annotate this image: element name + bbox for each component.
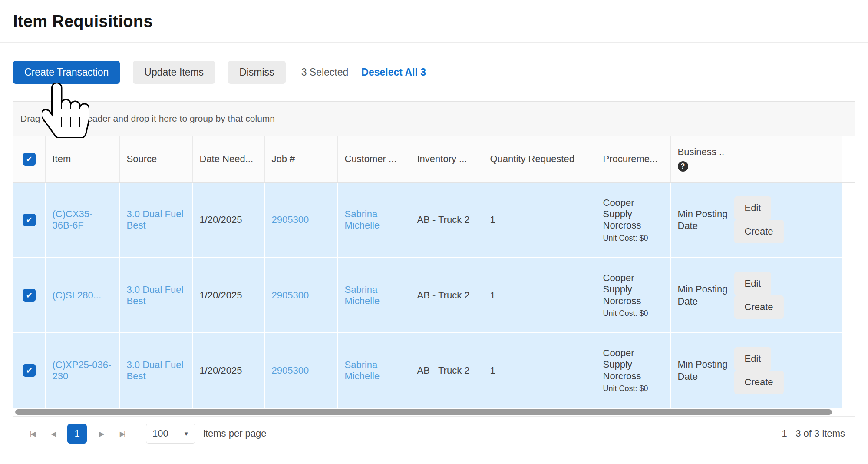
business-cell: Min Posting Date xyxy=(670,333,727,408)
business-value: Min Posting Date xyxy=(678,358,727,382)
pager-page-1-button[interactable]: 1 xyxy=(67,424,87,444)
check-icon: ✔ xyxy=(26,292,33,299)
requisitions-grid: Drag a column header and drop it here to… xyxy=(13,101,855,451)
table-row: ✔ (C)XP25-036-230 3.0 Dual Fuel Best 1/2… xyxy=(13,333,855,408)
column-header-procurement[interactable]: Procureme... xyxy=(596,136,670,182)
selected-count-label: 3 Selected xyxy=(301,66,349,78)
job-cell: 2905300 xyxy=(264,182,337,258)
item-link[interactable]: (C)SL280... xyxy=(53,290,102,301)
row-checkbox-cell: ✔ xyxy=(13,182,45,258)
procurement-cell: Cooper Supply Norcross Unit Cost: $0 xyxy=(596,182,670,258)
column-header-inventory[interactable]: Inventory ... xyxy=(410,136,483,182)
deselect-all-link[interactable]: Deselect All 3 xyxy=(361,66,426,78)
pager-last-button[interactable]: ▶| xyxy=(113,424,131,443)
procurement-name: Cooper Supply Norcross xyxy=(603,348,663,382)
row-filler xyxy=(842,333,855,408)
item-link[interactable]: (C)CX35-36B-6F xyxy=(53,209,93,231)
job-cell: 2905300 xyxy=(264,333,337,408)
row-checkbox[interactable]: ✔ xyxy=(23,214,36,226)
pager: |◀ ◀ 1 ▶ ▶| 100 ▼ items per page 1 - 3 o… xyxy=(13,416,855,451)
business-value: Min Posting Date xyxy=(678,208,727,232)
pager-next-button[interactable]: ▶ xyxy=(92,424,110,443)
page-title: Item Requisitions xyxy=(0,0,868,42)
item-cell: (C)XP25-036-230 xyxy=(45,333,119,408)
source-link[interactable]: 3.0 Dual Fuel Best xyxy=(127,284,184,306)
customer-cell: Sabrina Michelle xyxy=(337,258,410,333)
select-all-header: ✔ xyxy=(13,136,45,182)
source-link[interactable]: 3.0 Dual Fuel Best xyxy=(127,359,184,381)
unit-cost-label: Unit Cost: $0 xyxy=(603,384,663,393)
quantity-cell: 1 xyxy=(483,258,596,333)
column-header-source[interactable]: Source xyxy=(119,136,192,182)
pager-range-label: 1 - 3 of 3 items xyxy=(782,428,845,439)
page-size-value: 100 xyxy=(152,428,168,439)
inventory-cell: AB - Truck 2 xyxy=(410,258,483,333)
header-filler xyxy=(842,136,855,182)
inventory-cell: AB - Truck 2 xyxy=(410,182,483,258)
date-needed-cell: 1/20/2025 xyxy=(192,333,264,408)
procurement-name: Cooper Supply Norcross xyxy=(603,197,663,232)
job-link[interactable]: 2905300 xyxy=(272,214,309,225)
date-needed-cell: 1/20/2025 xyxy=(192,258,264,333)
check-icon: ✔ xyxy=(26,155,33,163)
actions-cell: Edit Create xyxy=(727,258,842,333)
customer-link[interactable]: Sabrina Michelle xyxy=(345,284,380,306)
source-link[interactable]: 3.0 Dual Fuel Best xyxy=(127,209,184,231)
row-checkbox[interactable]: ✔ xyxy=(23,364,36,377)
actions-cell: Edit Create xyxy=(727,182,842,258)
customer-cell: Sabrina Michelle xyxy=(337,333,410,408)
horizontal-scrollbar-thumb[interactable] xyxy=(15,409,832,415)
create-button[interactable]: Create xyxy=(734,220,784,243)
row-checkbox[interactable]: ✔ xyxy=(23,289,36,302)
row-checkbox-cell: ✔ xyxy=(13,333,45,408)
business-cell: Min Posting Date xyxy=(670,182,727,258)
create-button[interactable]: Create xyxy=(734,295,784,319)
source-cell: 3.0 Dual Fuel Best xyxy=(119,182,192,258)
unit-cost-label: Unit Cost: $0 xyxy=(603,309,663,318)
customer-link[interactable]: Sabrina Michelle xyxy=(345,209,380,231)
update-items-button[interactable]: Update Items xyxy=(133,61,215,84)
requisitions-table: ✔ Item Source Date Need... Job # Custome… xyxy=(13,136,855,408)
customer-link[interactable]: Sabrina Michelle xyxy=(345,359,380,381)
column-header-item[interactable]: Item xyxy=(45,136,119,182)
job-cell: 2905300 xyxy=(264,258,337,333)
edit-button[interactable]: Edit xyxy=(734,196,772,220)
source-cell: 3.0 Dual Fuel Best xyxy=(119,258,192,333)
column-header-job[interactable]: Job # xyxy=(264,136,337,182)
actions-cell: Edit Create xyxy=(727,333,842,408)
column-header-business-label: Business .. xyxy=(678,146,720,158)
create-button[interactable]: Create xyxy=(734,371,784,394)
column-header-business[interactable]: Business .. ? xyxy=(670,136,727,182)
unit-cost-label: Unit Cost: $0 xyxy=(603,234,663,243)
items-per-page-label: items per page xyxy=(203,428,267,439)
quantity-cell: 1 xyxy=(483,182,596,258)
pager-previous-button[interactable]: ◀ xyxy=(44,424,62,443)
job-link[interactable]: 2905300 xyxy=(272,365,309,376)
item-link[interactable]: (C)XP25-036-230 xyxy=(53,359,112,381)
column-header-customer[interactable]: Customer ... xyxy=(337,136,410,182)
job-link[interactable]: 2905300 xyxy=(272,290,309,301)
dismiss-button[interactable]: Dismiss xyxy=(228,61,286,84)
business-value: Min Posting Date xyxy=(678,283,727,307)
row-filler xyxy=(842,258,855,333)
edit-button[interactable]: Edit xyxy=(734,272,772,295)
help-icon[interactable]: ? xyxy=(678,161,688,172)
select-all-checkbox[interactable]: ✔ xyxy=(23,153,36,166)
column-header-date-needed[interactable]: Date Need... xyxy=(192,136,264,182)
horizontal-scrollbar xyxy=(13,408,855,416)
edit-button[interactable]: Edit xyxy=(734,347,772,371)
date-needed-cell: 1/20/2025 xyxy=(192,182,264,258)
item-cell: (C)CX35-36B-6F xyxy=(45,182,119,258)
quantity-cell: 1 xyxy=(483,333,596,408)
procurement-cell: Cooper Supply Norcross Unit Cost: $0 xyxy=(596,258,670,333)
row-checkbox-cell: ✔ xyxy=(13,258,45,333)
check-icon: ✔ xyxy=(26,367,33,375)
pager-first-button[interactable]: |◀ xyxy=(23,424,41,443)
header-row: ✔ Item Source Date Need... Job # Custome… xyxy=(13,136,855,182)
item-cell: (C)SL280... xyxy=(45,258,119,333)
page-size-select[interactable]: 100 ▼ xyxy=(146,424,195,444)
column-header-quantity[interactable]: Quantity Requested xyxy=(483,136,596,182)
create-transaction-button[interactable]: Create Transaction xyxy=(13,61,120,84)
column-header-actions xyxy=(727,136,842,182)
source-cell: 3.0 Dual Fuel Best xyxy=(119,333,192,408)
